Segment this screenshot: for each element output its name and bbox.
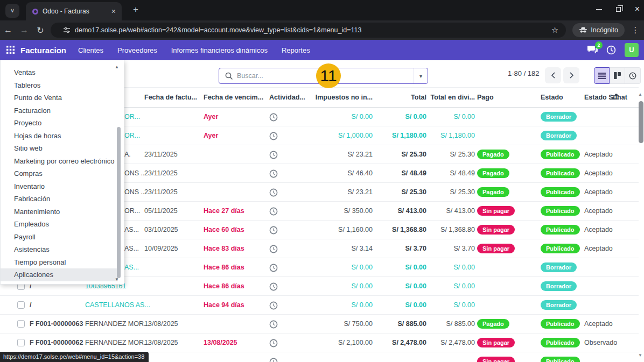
activity-clock-icon[interactable] (269, 221, 283, 239)
cell-due-date: Hace 60 días (204, 221, 267, 239)
pager-next-button[interactable] (563, 67, 579, 83)
activity-clock-icon[interactable] (269, 296, 283, 315)
dropdown-scrollbar[interactable] (117, 127, 121, 278)
dropdown-scroll-down-icon[interactable]: ▼ (115, 277, 119, 282)
row-checkbox[interactable] (17, 301, 25, 309)
activity-clock-icon[interactable] (269, 239, 283, 258)
kanban-view-button[interactable] (610, 67, 625, 84)
incognito-badge: Incógnito (572, 23, 625, 37)
row-checkbox[interactable] (17, 320, 25, 328)
bookmark-star-icon[interactable]: ☆ (549, 25, 561, 35)
cell-untaxed-amount: S/ 23.21 (299, 183, 373, 202)
app-menu-item[interactable]: Compras (1, 167, 124, 180)
nav-menu-item[interactable]: Informes financieros dinámicos (171, 46, 268, 54)
messages-icon[interactable]: 2 (587, 44, 598, 56)
app-menu-item[interactable]: Ventas (1, 66, 124, 79)
cell-invoice-date: 23/11/2025 (144, 183, 198, 202)
state-badge: Publicado (541, 244, 580, 253)
activities-clock-icon[interactable] (606, 45, 616, 55)
window-minimize-button[interactable] (596, 9, 602, 10)
cell-invoice-date: 05/11/2025 (144, 202, 198, 221)
app-menu-item[interactable]: Proyecto (1, 117, 124, 130)
activity-clock-icon[interactable] (269, 126, 283, 145)
nav-menu-item[interactable]: Reportes (282, 46, 310, 54)
pager-range: 1-80 / 182 (508, 60, 540, 87)
cell-sunat-status: Aceptado (584, 183, 633, 202)
payment-status-badge: Sin pagar (477, 225, 515, 235)
app-menu-item[interactable]: Empleados (1, 218, 124, 231)
scrollbar-up-icon[interactable]: ▲ (638, 92, 642, 97)
col-sunat[interactable]: Estado Sunat (584, 88, 633, 108)
app-menu-item[interactable]: Facturacion (1, 104, 124, 117)
payment-status-badge: Pagado (477, 187, 509, 197)
nav-menu-item[interactable]: Clientes (78, 46, 103, 54)
scrollbar-down-icon[interactable]: ▼ (638, 353, 642, 358)
cell-total-currency: S/ 1,180.00 (429, 126, 475, 145)
cell-total-amount: S/ 0.00 (377, 258, 426, 277)
nav-menu-item[interactable]: Proveedores (117, 46, 157, 54)
user-avatar[interactable]: U (625, 43, 639, 57)
col-due-date[interactable]: Fecha de vencim... (204, 88, 267, 108)
cell-payment-status: Pagado (477, 145, 537, 164)
tab-close-icon[interactable]: × (110, 7, 117, 16)
col-total[interactable]: Total (377, 88, 426, 108)
row-checkbox[interactable] (17, 339, 25, 346)
col-untaxed[interactable]: Impuestos no in... (299, 88, 373, 108)
list-view-button[interactable] (594, 67, 610, 84)
app-menu-item[interactable]: Aplicaciones (1, 268, 118, 281)
pager-previous-button[interactable] (545, 67, 561, 83)
search-filters-caret-icon[interactable]: ▾ (414, 68, 428, 83)
activity-clock-icon[interactable] (269, 258, 283, 277)
address-bar[interactable]: demo17.solse.pe/web#action=242&model=acc… (51, 23, 566, 38)
table-row[interactable]: /CASTELLANOS AS...Hace 94 díasS/ 0.00S/ … (0, 296, 639, 315)
site-settings-icon[interactable] (63, 26, 71, 34)
cell-total-currency: S/ 885.00 (429, 315, 475, 333)
forward-icon[interactable]: → (16, 25, 32, 35)
cell-untaxed-amount: S/ 2,100.00 (299, 333, 373, 352)
new-tab-button[interactable]: + (129, 4, 142, 15)
apps-grid-icon[interactable] (0, 45, 20, 56)
browser-tab[interactable]: Odoo - Facturas × (26, 2, 122, 20)
table-row[interactable]: F F001-00000063FERNANDEZ MOR...13/08/202… (0, 315, 639, 333)
app-menu-item[interactable]: Sitio web (1, 142, 124, 155)
app-menu-item[interactable]: Inventario (1, 180, 124, 193)
state-badge: Borrador (541, 300, 577, 310)
activity-clock-icon[interactable] (269, 108, 283, 126)
table-row[interactable]: F F001-00000062FERNANDEZ MOR...13/08/202… (0, 333, 639, 352)
activity-clock-icon[interactable] (269, 315, 283, 333)
col-invoice-date[interactable]: Fecha de factu... (144, 88, 198, 108)
app-menu-item[interactable]: Tableros (1, 79, 124, 92)
col-payment[interactable]: Pago (477, 88, 537, 108)
back-icon[interactable]: ← (0, 25, 16, 35)
cell-number: / (30, 296, 85, 315)
window-close-button[interactable]: × (635, 6, 640, 12)
window-restore-button[interactable] (616, 7, 621, 12)
activity-clock-icon[interactable] (269, 145, 283, 164)
activity-clock-icon[interactable] (269, 277, 283, 296)
activity-view-button[interactable] (625, 67, 641, 84)
state-badge: Publicado (541, 338, 580, 347)
activity-clock-icon[interactable] (269, 333, 283, 352)
apps-dropdown: VentasTablerosPunto de VentaFacturacionP… (0, 60, 124, 285)
app-name[interactable]: Facturacion (20, 46, 66, 55)
app-menu-item[interactable]: Fabricación (1, 193, 124, 205)
col-total-currency[interactable]: Total en divi... (429, 88, 475, 108)
browser-menu-icon[interactable]: ⋮ (629, 25, 642, 35)
dropdown-scroll-up-icon[interactable]: ▲ (115, 65, 119, 69)
app-menu-item[interactable]: Marketing por correo electrónico (1, 155, 124, 168)
app-menu-item[interactable]: Mantenimiento (1, 205, 124, 218)
activity-clock-icon[interactable] (269, 352, 283, 362)
app-menu-item[interactable]: Asistencias (1, 243, 124, 256)
activity-clock-icon[interactable] (269, 183, 283, 202)
tab-search-chevron-icon[interactable]: ∨ (5, 4, 19, 18)
optional-columns-icon[interactable] (611, 94, 619, 103)
app-menu-item[interactable]: Hojas de horas (1, 130, 124, 143)
app-menu-item[interactable]: Tiempo personal (1, 256, 124, 269)
activity-clock-icon[interactable] (269, 164, 283, 183)
app-menu-item[interactable]: Punto de Venta (1, 91, 124, 104)
reload-icon[interactable]: ↻ (32, 25, 48, 36)
app-menu-item[interactable]: Payroll (1, 231, 124, 244)
vertical-scrollbar[interactable] (639, 101, 643, 143)
cell-payment-status: Sin pagar (477, 333, 537, 352)
activity-clock-icon[interactable] (269, 202, 283, 221)
